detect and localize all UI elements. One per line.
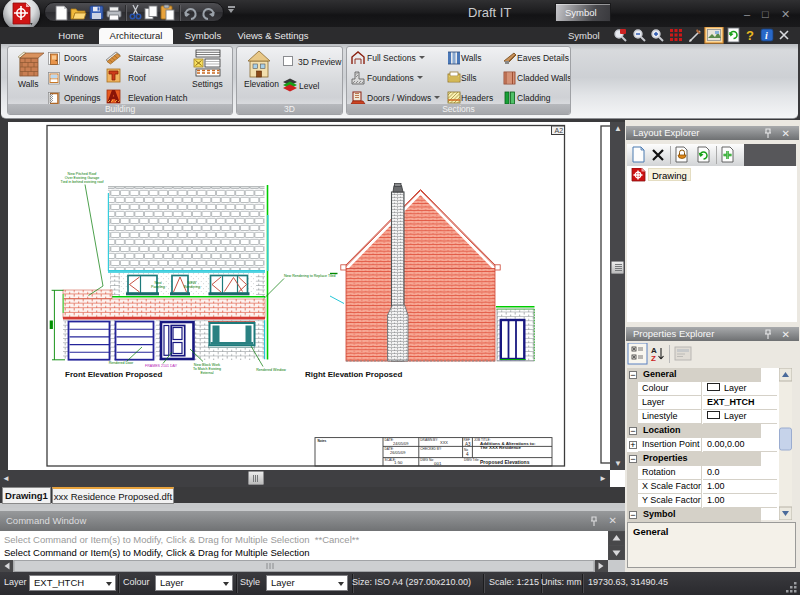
svg-text:24/05/09: 24/05/09 xyxy=(393,441,409,446)
svg-text:Rendered Window: Rendered Window xyxy=(256,368,286,372)
svg-text:CHECKED BY:: CHECKED BY: xyxy=(420,447,442,451)
svg-text:Rendered Door: Rendered Door xyxy=(109,361,134,365)
svg-text:4: 4 xyxy=(466,452,469,457)
svg-text:Z: Z xyxy=(651,354,656,363)
svg-text:Proposed Elevations: Proposed Elevations xyxy=(480,459,530,465)
svg-text:Front Elevation Proposed: Front Elevation Proposed xyxy=(65,370,162,379)
svg-text:External: External xyxy=(200,371,213,375)
svg-text:1:50: 1:50 xyxy=(394,460,403,465)
svg-text:FRAMES 2101 DAY: FRAMES 2101 DAY xyxy=(145,364,178,368)
svg-text:Tied in behind existing roof: Tied in behind existing roof xyxy=(61,180,104,184)
svg-text:No: No xyxy=(464,448,468,452)
svg-text:New Rendering to Replace Tile: New Rendering to Replace Tiled xyxy=(284,274,336,278)
svg-text:DRAWN BY:: DRAWN BY: xyxy=(420,438,438,442)
svg-text:A2: A2 xyxy=(555,127,564,134)
svg-text:DWG Title:: DWG Title: xyxy=(464,458,480,462)
svg-text:A3: A3 xyxy=(465,442,471,447)
svg-text:Notes: Notes xyxy=(318,439,327,443)
svg-text:26/05/09: 26/05/09 xyxy=(390,450,406,455)
svg-text:Paneling: Paneling xyxy=(151,285,165,289)
svg-text:The XXX Residence: The XXX Residence xyxy=(480,445,522,450)
svg-text:i: i xyxy=(765,30,768,41)
svg-text:Right Elevation Proposed: Right Elevation Proposed xyxy=(305,370,402,379)
svg-text:001: 001 xyxy=(434,461,442,466)
svg-text:XXX: XXX xyxy=(440,440,448,445)
svg-text:DWG No:: DWG No: xyxy=(420,458,434,462)
svg-text:?: ? xyxy=(746,28,754,43)
svg-text:Rendering: Rendering xyxy=(184,285,201,289)
